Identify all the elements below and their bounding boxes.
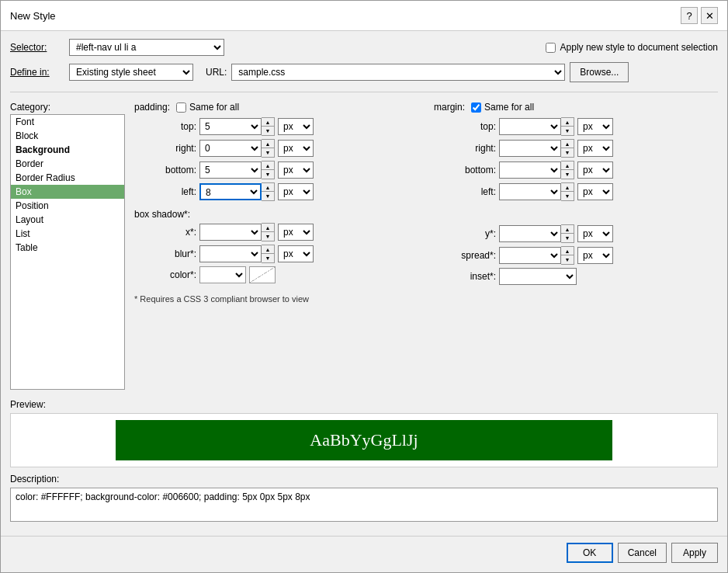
shadow-blur-label: blur*: (134, 248, 196, 259)
padding-right-up[interactable]: ▲ (262, 140, 274, 148)
margin-bottom-down[interactable]: ▼ (561, 170, 574, 179)
shadow-color-select[interactable] (199, 266, 246, 283)
padding-left-up[interactable]: ▲ (262, 183, 274, 192)
define-in-select[interactable]: Existing style sheet (69, 64, 193, 81)
padding-bottom-select[interactable]: 5 (199, 161, 262, 179)
category-item-box[interactable]: Box (11, 185, 124, 199)
ok-button[interactable]: OK (567, 543, 613, 563)
shadow-y-spinner: ▲ ▼ (499, 224, 574, 243)
category-item-font[interactable]: Font (11, 115, 124, 129)
shadow-blur-row: blur*: ▲ ▼ px (134, 245, 418, 263)
box-shadow-label: box shadow*: (134, 209, 190, 220)
margin-top-down[interactable]: ▼ (561, 127, 574, 135)
help-button[interactable]: ? (681, 7, 698, 24)
category-item-border-radius[interactable]: Border Radius (11, 171, 124, 185)
padding-left-row: left: 8 ▲ ▼ px (134, 182, 418, 201)
shadow-left-col: box shadow*: x*: ▲ ▼ (134, 209, 418, 285)
url-select[interactable]: sample.css (231, 64, 565, 81)
title-bar-controls: ? ✕ (681, 7, 718, 24)
shadow-blur-unit[interactable]: px (278, 245, 314, 262)
shadow-x-up[interactable]: ▲ (262, 224, 274, 232)
padding-left-select[interactable]: 8 (199, 183, 262, 200)
padding-top-up[interactable]: ▲ (262, 118, 274, 127)
category-item-list[interactable]: List (11, 227, 124, 241)
preview-label: Preview: (10, 399, 718, 410)
padding-bottom-up[interactable]: ▲ (262, 161, 274, 170)
margin-right-spinner: ▲ ▼ (499, 139, 574, 158)
padding-left-spinbtns: ▲ ▼ (262, 182, 275, 201)
margin-left-select[interactable] (499, 183, 561, 200)
shadow-spread-unit[interactable]: px (577, 247, 613, 264)
shadow-spread-down[interactable]: ▼ (561, 255, 574, 264)
margin-right-up[interactable]: ▲ (561, 140, 574, 148)
shadow-x-down[interactable]: ▼ (262, 232, 274, 241)
selector-select[interactable]: #left-nav ul li a (69, 39, 224, 56)
padding-left-unit[interactable]: px (278, 183, 314, 200)
padding-bottom-unit[interactable]: px (278, 161, 314, 179)
margin-top-select[interactable] (499, 118, 561, 135)
shadow-x-unit[interactable]: px (278, 224, 314, 241)
padding-bottom-down[interactable]: ▼ (262, 170, 274, 179)
shadow-y-up[interactable]: ▲ (561, 225, 574, 234)
margin-bottom-select[interactable] (499, 161, 561, 179)
shadow-y-down[interactable]: ▼ (561, 234, 574, 242)
shadow-x-row: x*: ▲ ▼ px (134, 223, 418, 241)
apply-button[interactable]: Apply (671, 543, 718, 563)
margin-top-label: top: (434, 121, 496, 132)
shadow-y-select[interactable] (499, 225, 561, 242)
category-list: Font Block Background Border Border Radi… (10, 114, 125, 390)
padding-right-select[interactable]: 0 (199, 140, 262, 157)
margin-bottom-unit[interactable]: px (577, 161, 613, 179)
padding-top-unit[interactable]: px (278, 118, 314, 135)
browse-button[interactable]: Browse... (570, 62, 629, 82)
margin-top-spinner: ▲ ▼ (499, 117, 574, 136)
margin-left-up[interactable]: ▲ (561, 183, 574, 192)
margin-right-unit[interactable]: px (577, 140, 613, 157)
margin-bottom-spinbtns: ▲ ▼ (561, 161, 574, 179)
define-in-label: Define in: (10, 67, 64, 78)
margin-right-down[interactable]: ▼ (561, 148, 574, 157)
shadow-color-picker[interactable] (199, 266, 246, 283)
category-item-table[interactable]: Table (11, 241, 124, 255)
shadow-spread-select[interactable] (499, 247, 561, 264)
shadow-inset-select[interactable] (499, 268, 577, 285)
close-button[interactable]: ✕ (701, 7, 718, 24)
bottom-buttons: OK Cancel Apply (1, 536, 727, 572)
margin-same-checkbox[interactable] (471, 102, 481, 113)
margin-top-unit[interactable]: px (577, 118, 613, 135)
shadow-blur-select[interactable] (199, 245, 262, 262)
margin-right-row: right: ▲ ▼ px (434, 139, 718, 158)
padding-right-down[interactable]: ▼ (262, 148, 274, 157)
padding-top-select[interactable]: 5 (199, 118, 262, 135)
shadow-blur-down[interactable]: ▼ (262, 254, 274, 262)
margin-same-label: Same for all (484, 102, 534, 113)
padding-top-down[interactable]: ▼ (262, 127, 274, 135)
margin-left-unit[interactable]: px (577, 183, 613, 200)
shadow-blur-spinbtns: ▲ ▼ (262, 245, 275, 263)
category-item-block[interactable]: Block (11, 129, 124, 143)
margin-label: margin: (434, 102, 465, 113)
shadow-y-unit[interactable]: px (577, 225, 613, 242)
shadow-color-swatch[interactable] (249, 266, 276, 283)
cancel-button[interactable]: Cancel (618, 543, 667, 563)
category-item-border[interactable]: Border (11, 157, 124, 171)
margin-top-up[interactable]: ▲ (561, 118, 574, 127)
padding-left-down[interactable]: ▼ (262, 192, 274, 200)
margin-right-select[interactable] (499, 140, 561, 157)
padding-column: padding: Same for all top: 5 (134, 102, 418, 201)
padding-right-spinbtns: ▲ ▼ (262, 139, 275, 158)
padding-same-checkbox[interactable] (176, 102, 186, 113)
category-item-position[interactable]: Position (11, 199, 124, 213)
padding-right-unit[interactable]: px (278, 140, 314, 157)
apply-checkbox[interactable] (546, 43, 556, 53)
padding-same-label: Same for all (189, 102, 239, 113)
padding-left-spinner: 8 ▲ ▼ (199, 182, 275, 201)
shadow-blur-up[interactable]: ▲ (262, 245, 274, 254)
margin-bottom-up[interactable]: ▲ (561, 161, 574, 170)
category-item-background[interactable]: Background (11, 143, 124, 157)
shadow-x-label: x*: (134, 227, 196, 238)
shadow-spread-up[interactable]: ▲ (561, 247, 574, 255)
category-item-layout[interactable]: Layout (11, 213, 124, 227)
margin-left-down[interactable]: ▼ (561, 192, 574, 200)
shadow-x-select[interactable] (199, 224, 262, 241)
